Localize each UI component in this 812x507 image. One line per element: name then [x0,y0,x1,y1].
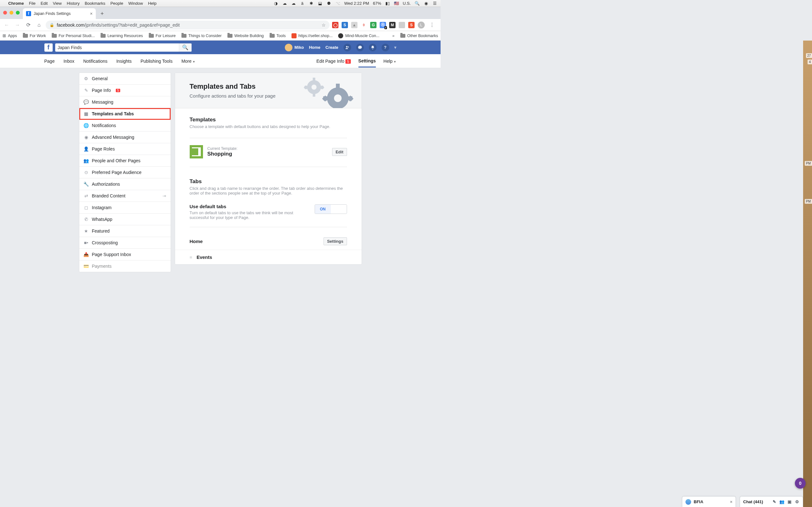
menu-window[interactable]: Window [128,1,143,6]
search-button[interactable]: 🔍 [179,43,192,52]
bookmark-folder[interactable]: For Personal Studi... [52,34,95,38]
subnav-notifications[interactable]: Notifications [83,55,107,67]
menu-bookmarks[interactable]: Bookmarks [85,1,105,6]
menubar-battery-pct[interactable]: 67% [373,1,381,6]
menu-help[interactable]: Help [148,1,157,6]
tab-settings-button[interactable]: Settings [323,237,347,245]
notifications-icon[interactable] [369,44,376,51]
bookmark-folder[interactable]: Things to Consider [182,34,222,38]
edit-template-button[interactable]: Edit [332,148,347,156]
bookmark-folder[interactable]: Tools [270,34,286,38]
account-caret-icon[interactable]: ▾ [394,45,397,50]
menubar-cloud-up-icon[interactable]: ☁ [282,1,287,6]
drag-handle-icon[interactable]: ≡ [190,255,192,260]
ext-brave-icon[interactable]: ◊ [361,22,367,28]
nav-create[interactable]: Create [325,45,338,50]
menubar-evernote-icon[interactable]: ✱ [309,1,314,6]
sidebar-item-general[interactable]: ⚙General [79,73,171,84]
sidebar-item-featured[interactable]: ★Featured [79,225,171,237]
bookmarks-overflow[interactable]: » [392,34,395,38]
sidebar-item-advanced-messaging[interactable]: ◉Advanced Messaging [79,131,171,143]
sidebar-item-payments[interactable]: 💳Payments [79,261,171,272]
subnav-insights[interactable]: Insights [116,55,132,67]
messenger-icon[interactable] [356,44,364,51]
home-button[interactable]: ⌂ [35,21,43,29]
menubar-battery-icon[interactable]: ▮▯ [385,1,390,6]
menu-edit[interactable]: Edit [41,1,48,6]
default-tabs-toggle[interactable]: ON [315,205,347,214]
menu-view[interactable]: View [53,1,61,6]
fb-logo-icon[interactable]: f [44,43,53,52]
ext-skype-icon[interactable]: S [342,22,348,28]
new-tab-button[interactable]: + [98,9,107,18]
help-icon[interactable]: ? [382,44,389,51]
sidebar-item-page-support-inbox[interactable]: 📥Page Support Inbox [79,249,171,261]
menu-history[interactable]: History [67,1,79,6]
menubar-clock[interactable]: Wed 2:22 PM [344,1,369,6]
back-button[interactable]: ← [3,21,11,29]
ext-grammarly-icon[interactable]: G [370,22,376,28]
bookmark-folder[interactable]: Website Building [227,34,264,38]
sidebar-item-instagram[interactable]: ◻Instagram [79,202,171,214]
subnav-more[interactable]: More▼ [182,55,195,67]
subnav-edit-page-info[interactable]: Edit Page Info5 [316,55,351,67]
sidebar-item-branded-content[interactable]: ⇄Branded Content⇥ [79,190,171,202]
menubar-avast-icon[interactable]: ä [300,1,305,6]
fb-search[interactable]: 🔍 [55,43,192,52]
fb-profile-link[interactable]: Miko [285,44,304,51]
sidebar-item-notifications[interactable]: 🌐Notifications [79,120,171,131]
sidebar-item-templates-tabs[interactable]: ▦Templates and Tabs [79,108,171,120]
sidebar-item-page-info[interactable]: ✎Page Info5 [79,84,171,96]
menu-people[interactable]: People [110,1,123,6]
subnav-page[interactable]: Page [44,55,55,67]
subnav-help[interactable]: Help▼ [384,55,397,67]
menubar-flag-icon[interactable]: 🇺🇸 [394,1,399,6]
window-minimize[interactable] [9,11,13,14]
ext-shopee-icon[interactable]: S [408,22,415,28]
forward-button[interactable]: → [13,21,21,29]
sidebar-item-page-roles[interactable]: 👤Page Roles [79,143,171,155]
address-bar[interactable]: 🔒 facebook.com/jpnfinds/settings/?tab=ed… [46,20,329,30]
ext-generic-icon[interactable] [399,22,405,28]
ext-mail-icon[interactable]: M [389,22,396,28]
bookmark-link[interactable]: Mind-Muscle Con... [338,33,379,38]
nav-home[interactable]: Home [309,45,320,50]
bookmark-link[interactable]: https://seller.shop... [292,33,333,38]
menubar-app[interactable]: Chrome [8,1,24,6]
bookmark-folder[interactable]: Learning Resources [101,34,143,38]
window-close[interactable] [3,11,7,14]
subnav-settings[interactable]: Settings [358,55,376,67]
menubar-input-locale[interactable]: U.S. [403,1,411,6]
browser-tab[interactable]: f Japan Finds Settings × [23,8,96,19]
bookmark-folder[interactable]: For Leisure [149,34,176,38]
chrome-menu-icon[interactable]: ⋮ [428,21,436,29]
menubar-icon-1[interactable]: ◑ [273,1,278,6]
menubar-cloud-down-icon[interactable]: ☁ [291,1,296,6]
menu-file[interactable]: File [29,1,36,6]
window-zoom[interactable] [16,11,20,14]
sidebar-item-crossposting[interactable]: ■•Crossposting [79,237,171,249]
sidebar-item-messaging[interactable]: 💬Messaging [79,96,171,108]
chrome-profile-avatar[interactable]: L [418,21,425,29]
sidebar-item-people[interactable]: 👥People and Other Pages [79,155,171,167]
sidebar-item-whatsapp[interactable]: ✆WhatsApp [79,214,171,225]
bookmark-folder[interactable]: For Work [23,34,46,38]
tab-close-icon[interactable]: × [90,11,93,16]
friends-icon[interactable] [344,44,351,51]
subnav-inbox[interactable]: Inbox [63,55,74,67]
menubar-notifications-icon[interactable]: ☰ [432,1,438,6]
fb-search-input[interactable] [55,45,179,50]
sidebar-item-preferred-audience[interactable]: ⊙Preferred Page Audience [79,167,171,178]
tab-row-events[interactable]: ≡Events [175,250,362,264]
bookmark-star-icon[interactable]: ☆ [322,22,326,27]
menubar-wifi-icon[interactable]: ⚉ [326,1,332,6]
menubar-dropbox-icon[interactable]: ⬓ [317,1,322,6]
bookmark-apps[interactable]: ⊞Apps [3,33,17,38]
menubar-bluetooth-icon[interactable]: ⌥ [335,1,340,6]
menubar-spotlight-icon[interactable]: 🔍 [415,1,420,6]
subnav-publishing[interactable]: Publishing Tools [141,55,172,67]
menubar-siri-icon[interactable]: ◉ [423,1,428,6]
sidebar-item-authorizations[interactable]: 🔧Authorizations [79,178,171,190]
ext-drive-icon[interactable]: ▲ [351,22,357,28]
other-bookmarks[interactable]: Other Bookmarks [400,34,438,38]
